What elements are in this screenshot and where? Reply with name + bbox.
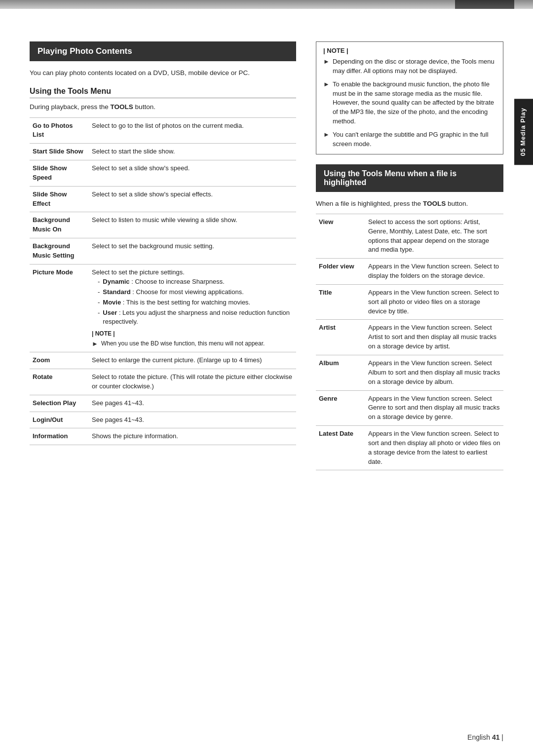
table-row: Zoom Select to enlarge the current pictu… [30,352,296,369]
note-text: Depending on the disc or storage device,… [333,57,496,76]
row-label: Zoom [30,352,89,369]
row-label: Genre [316,390,365,426]
row-desc: Appears in the View function screen. Sel… [365,355,503,390]
row-desc: Select to enlarge the current picture. (… [89,352,296,369]
list-item-text: Standard : Choose for most viewing appli… [103,288,243,297]
inner-note-text: When you use the BD wise function, this … [101,340,265,348]
table-row: View Select to access the sort options: … [316,214,503,258]
table-row: Slide Show Speed Select to set a slide s… [30,160,296,187]
table-row: Background Music On Select to listen to … [30,212,296,238]
row-desc: Shows the picture information. [89,428,296,445]
table-row: Login/Out See pages 41~43. [30,412,296,428]
table-row: Background Music Setting Select to set t… [30,238,296,265]
list-item-text: User : Lets you adjust the sharpness and… [103,308,293,326]
dash-sym: - [98,298,100,307]
note-arrow: ► [323,57,330,67]
row-label: Title [316,284,365,320]
table-row: Slide Show Effect Select to set a slide … [30,186,296,212]
row-desc: See pages 41~43. [89,412,296,428]
section1-during: During playback, press the TOOLS button. [30,102,296,112]
row-label: Start Slide Show [30,144,89,160]
dash-sym: - [98,308,100,326]
row-desc: Select to go to the list of photos on th… [89,117,296,144]
inner-note-item: ► When you use the BD wise function, thi… [92,340,293,348]
top-bar-accent [455,0,514,9]
section2-heading: Using the Tools Menu when a file is high… [316,164,503,192]
tools-menu-table: Go to Photos List Select to go to the li… [30,117,296,446]
row-desc: Select to listen to music while viewing … [89,212,296,238]
row-desc: Appears in the View function screen. Sel… [365,320,503,355]
row-label: Login/Out [30,412,89,428]
table-row: Album Appears in the View function scree… [316,355,503,390]
table-row-picture-mode: Picture Mode Select to set the picture s… [30,264,296,352]
list-item-text: Dynamic : Choose to increase Sharpness. [103,277,224,286]
table-row: Genre Appears in the View function scree… [316,390,503,426]
row-label: View [316,214,365,258]
row-label: Rotate [30,369,89,395]
table-row: Go to Photos List Select to go to the li… [30,117,296,144]
picture-mode-list: - Dynamic : Choose to increase Sharpness… [98,277,293,327]
page-wrapper: 05 Media Play Playing Photo Contents You… [0,0,533,756]
row-label: Slide Show Speed [30,160,89,187]
note-item: ► Depending on the disc or storage devic… [323,57,496,76]
row-label: Album [316,355,365,390]
row-desc: Appears in the View function screen. Sel… [365,426,503,470]
row-label: Information [30,428,89,445]
row-label: Slide Show Effect [30,186,89,212]
list-item: - User : Lets you adjust the sharpness a… [98,308,293,326]
left-column: Playing Photo Contents You can play phot… [30,41,296,470]
row-label: Picture Mode [30,264,89,352]
table-row: Folder view Appears in the View function… [316,259,503,285]
table-row: Artist Appears in the View function scre… [316,320,503,355]
inner-note-title: | NOTE | [92,330,293,338]
row-desc: Select to set the background music setti… [89,238,296,265]
dash-sym: - [98,277,100,286]
note-arrow: ► [323,80,330,89]
list-item: - Dynamic : Choose to increase Sharpness… [98,277,293,286]
row-label: Latest Date [316,426,365,470]
row-label: Background Music On [30,212,89,238]
row-desc: Appears in the View function screen. Sel… [365,284,503,320]
footer-text: English 41 | [467,733,503,741]
row-desc: Select to rotate the picture. (This will… [89,369,296,395]
table-row: Title Appears in the View function scree… [316,284,503,320]
note-arrow: ► [323,130,330,140]
row-desc: Select to start the slide show. [89,144,296,160]
note-text: You can't enlarge the subtitle and PG gr… [333,130,496,149]
row-desc: Select to set a slide show's speed. [89,160,296,187]
row-desc: Select to set the picture settings. - Dy… [89,264,296,352]
top-bar [0,0,533,9]
list-item: - Standard : Choose for most viewing app… [98,288,293,297]
dash-sym: - [98,288,100,297]
table-row: Start Slide Show Select to start the sli… [30,144,296,160]
table-row: Selection Play See pages 41~43. [30,395,296,412]
note-text: To enable the background music function,… [333,80,496,126]
table-row: Rotate Select to rotate the picture. (Th… [30,369,296,395]
section1-heading: Playing Photo Contents [30,41,296,61]
row-label: Folder view [316,259,365,285]
section1-intro: You can play photo contents located on a… [30,68,296,78]
list-item-text: Movie : This is the best setting for wat… [103,298,250,307]
row-desc: Select to access the sort options: Artis… [365,214,503,258]
row-desc: See pages 41~43. [89,395,296,412]
section1-subsection: Using the Tools Menu [30,87,296,98]
row-label: Selection Play [30,395,89,412]
row-desc: Appears in the View function screen. Sel… [365,259,503,285]
section2-when: When a file is highlighted, press the TO… [316,199,503,209]
inner-note: | NOTE | ► When you use the BD wise func… [92,330,293,349]
table-row: Latest Date Appears in the View function… [316,426,503,470]
side-tab: 05 Media Play [514,99,533,165]
note-box: | NOTE | ► Depending on the disc or stor… [316,41,503,154]
row-desc: Appears in the View function screen. Sel… [365,390,503,426]
list-item: - Movie : This is the best setting for w… [98,298,293,307]
note-item: ► To enable the background music functio… [323,80,496,126]
row-label: Background Music Setting [30,238,89,265]
file-highlighted-table: View Select to access the sort options: … [316,214,503,471]
footer: English 41 | [0,733,533,741]
row-desc: Select to set a slide show's special eff… [89,186,296,212]
table-row: Information Shows the picture informatio… [30,428,296,445]
right-column: | NOTE | ► Depending on the disc or stor… [316,41,503,470]
note-title: | NOTE | [323,47,496,54]
row-label: Artist [316,320,365,355]
row-label: Go to Photos List [30,117,89,144]
